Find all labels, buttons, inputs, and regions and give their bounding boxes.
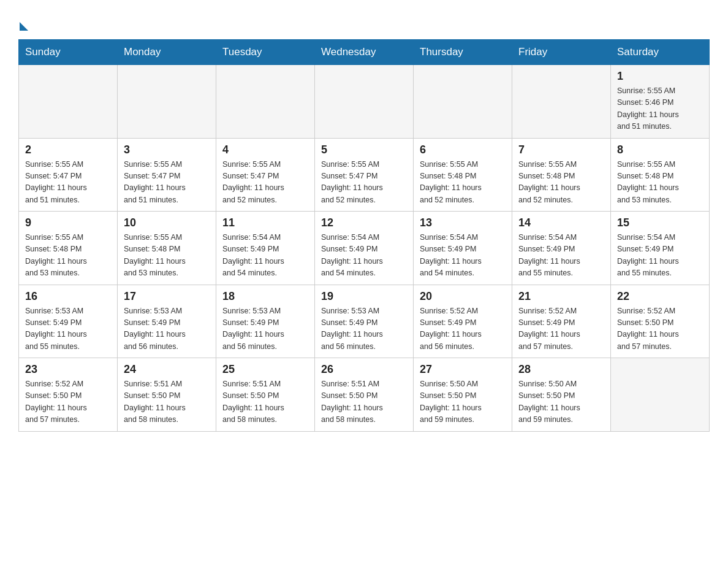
- day-info: Sunrise: 5:55 AMSunset: 5:46 PMDaylight:…: [617, 85, 703, 133]
- day-info: Sunrise: 5:52 AMSunset: 5:49 PMDaylight:…: [518, 305, 604, 353]
- day-number: 25: [222, 363, 308, 376]
- calendar-cell: 1Sunrise: 5:55 AMSunset: 5:46 PMDaylight…: [611, 65, 710, 139]
- calendar-cell: 20Sunrise: 5:52 AMSunset: 5:49 PMDayligh…: [414, 285, 512, 358]
- day-number: 27: [420, 363, 506, 376]
- day-info: Sunrise: 5:54 AMSunset: 5:49 PMDaylight:…: [222, 232, 308, 280]
- day-info: Sunrise: 5:50 AMSunset: 5:50 PMDaylight:…: [518, 378, 604, 426]
- calendar-cell: 24Sunrise: 5:51 AMSunset: 5:50 PMDayligh…: [118, 358, 216, 432]
- day-number: 7: [518, 144, 604, 156]
- day-info: Sunrise: 5:54 AMSunset: 5:49 PMDaylight:…: [617, 232, 703, 280]
- day-info: Sunrise: 5:53 AMSunset: 5:49 PMDaylight:…: [25, 305, 111, 353]
- col-wednesday: Wednesday: [315, 40, 414, 65]
- day-number: 12: [321, 216, 407, 229]
- day-number: 15: [617, 216, 703, 229]
- day-info: Sunrise: 5:55 AMSunset: 5:48 PMDaylight:…: [420, 159, 506, 207]
- page-header: [18, 12, 710, 28]
- day-info: Sunrise: 5:54 AMSunset: 5:49 PMDaylight:…: [518, 232, 604, 280]
- calendar-cell: 18Sunrise: 5:53 AMSunset: 5:49 PMDayligh…: [216, 285, 315, 358]
- calendar-cell: 11Sunrise: 5:54 AMSunset: 5:49 PMDayligh…: [216, 212, 315, 285]
- calendar-cell: 8Sunrise: 5:55 AMSunset: 5:48 PMDaylight…: [611, 138, 710, 212]
- calendar-cell: 22Sunrise: 5:52 AMSunset: 5:50 PMDayligh…: [611, 285, 710, 358]
- day-number: 2: [25, 144, 111, 156]
- day-info: Sunrise: 5:55 AMSunset: 5:48 PMDaylight:…: [617, 159, 703, 207]
- day-number: 13: [420, 216, 506, 229]
- col-tuesday: Tuesday: [216, 40, 315, 65]
- calendar-cell: 4Sunrise: 5:55 AMSunset: 5:47 PMDaylight…: [216, 138, 315, 212]
- calendar-cell: 13Sunrise: 5:54 AMSunset: 5:49 PMDayligh…: [414, 212, 512, 285]
- calendar-cell: 14Sunrise: 5:54 AMSunset: 5:49 PMDayligh…: [512, 212, 611, 285]
- calendar-week-row: 2Sunrise: 5:55 AMSunset: 5:47 PMDaylight…: [19, 138, 710, 212]
- calendar-cell: 10Sunrise: 5:55 AMSunset: 5:48 PMDayligh…: [118, 212, 216, 285]
- calendar-cell: 28Sunrise: 5:50 AMSunset: 5:50 PMDayligh…: [512, 358, 611, 432]
- col-saturday: Saturday: [611, 40, 710, 65]
- calendar-week-row: 1Sunrise: 5:55 AMSunset: 5:46 PMDaylight…: [19, 65, 710, 139]
- logo-arrow-icon: [20, 22, 28, 31]
- calendar-cell: [611, 358, 710, 432]
- day-info: Sunrise: 5:51 AMSunset: 5:50 PMDaylight:…: [222, 378, 308, 426]
- calendar-cell: [414, 65, 512, 139]
- day-number: 10: [124, 216, 210, 229]
- day-number: 17: [124, 290, 210, 303]
- day-info: Sunrise: 5:51 AMSunset: 5:50 PMDaylight:…: [124, 378, 210, 426]
- calendar-table: Sunday Monday Tuesday Wednesday Thursday…: [18, 39, 710, 432]
- calendar-cell: [19, 65, 118, 139]
- day-number: 22: [617, 290, 703, 303]
- calendar-cell: [216, 65, 315, 139]
- col-friday: Friday: [512, 40, 611, 65]
- day-info: Sunrise: 5:53 AMSunset: 5:49 PMDaylight:…: [321, 305, 407, 353]
- calendar-cell: [512, 65, 611, 139]
- calendar-cell: [315, 65, 414, 139]
- day-info: Sunrise: 5:52 AMSunset: 5:50 PMDaylight:…: [617, 305, 703, 353]
- day-info: Sunrise: 5:53 AMSunset: 5:49 PMDaylight:…: [124, 305, 210, 353]
- calendar-cell: 2Sunrise: 5:55 AMSunset: 5:47 PMDaylight…: [19, 138, 118, 212]
- day-info: Sunrise: 5:54 AMSunset: 5:49 PMDaylight:…: [321, 232, 407, 280]
- calendar-week-row: 16Sunrise: 5:53 AMSunset: 5:49 PMDayligh…: [19, 285, 710, 358]
- day-info: Sunrise: 5:50 AMSunset: 5:50 PMDaylight:…: [420, 378, 506, 426]
- day-number: 1: [617, 70, 703, 83]
- day-number: 4: [222, 144, 308, 156]
- calendar-cell: 6Sunrise: 5:55 AMSunset: 5:48 PMDaylight…: [414, 138, 512, 212]
- day-number: 18: [222, 290, 308, 303]
- calendar-cell: 25Sunrise: 5:51 AMSunset: 5:50 PMDayligh…: [216, 358, 315, 432]
- calendar-cell: 12Sunrise: 5:54 AMSunset: 5:49 PMDayligh…: [315, 212, 414, 285]
- day-info: Sunrise: 5:52 AMSunset: 5:49 PMDaylight:…: [420, 305, 506, 353]
- calendar-cell: 15Sunrise: 5:54 AMSunset: 5:49 PMDayligh…: [611, 212, 710, 285]
- calendar-cell: 26Sunrise: 5:51 AMSunset: 5:50 PMDayligh…: [315, 358, 414, 432]
- day-info: Sunrise: 5:55 AMSunset: 5:48 PMDaylight:…: [25, 232, 111, 280]
- calendar-cell: 9Sunrise: 5:55 AMSunset: 5:48 PMDaylight…: [19, 212, 118, 285]
- calendar-cell: 3Sunrise: 5:55 AMSunset: 5:47 PMDaylight…: [118, 138, 216, 212]
- day-info: Sunrise: 5:55 AMSunset: 5:48 PMDaylight:…: [124, 232, 210, 280]
- day-number: 19: [321, 290, 407, 303]
- day-number: 24: [124, 363, 210, 376]
- calendar-week-row: 9Sunrise: 5:55 AMSunset: 5:48 PMDaylight…: [19, 212, 710, 285]
- day-info: Sunrise: 5:55 AMSunset: 5:48 PMDaylight:…: [518, 159, 604, 207]
- col-sunday: Sunday: [19, 40, 118, 65]
- calendar-cell: 7Sunrise: 5:55 AMSunset: 5:48 PMDaylight…: [512, 138, 611, 212]
- day-info: Sunrise: 5:55 AMSunset: 5:47 PMDaylight:…: [321, 159, 407, 207]
- calendar-cell: 21Sunrise: 5:52 AMSunset: 5:49 PMDayligh…: [512, 285, 611, 358]
- day-number: 11: [222, 216, 308, 229]
- col-thursday: Thursday: [414, 40, 512, 65]
- calendar-cell: 27Sunrise: 5:50 AMSunset: 5:50 PMDayligh…: [414, 358, 512, 432]
- calendar-cell: 23Sunrise: 5:52 AMSunset: 5:50 PMDayligh…: [19, 358, 118, 432]
- day-number: 5: [321, 144, 407, 156]
- calendar-cell: 16Sunrise: 5:53 AMSunset: 5:49 PMDayligh…: [19, 285, 118, 358]
- day-number: 21: [518, 290, 604, 303]
- day-number: 20: [420, 290, 506, 303]
- day-info: Sunrise: 5:55 AMSunset: 5:47 PMDaylight:…: [124, 159, 210, 207]
- day-number: 28: [518, 363, 604, 376]
- calendar-cell: 19Sunrise: 5:53 AMSunset: 5:49 PMDayligh…: [315, 285, 414, 358]
- day-number: 6: [420, 144, 506, 156]
- day-number: 3: [124, 144, 210, 156]
- day-info: Sunrise: 5:52 AMSunset: 5:50 PMDaylight:…: [25, 378, 111, 426]
- logo: [18, 12, 28, 28]
- day-info: Sunrise: 5:51 AMSunset: 5:50 PMDaylight:…: [321, 378, 407, 426]
- day-info: Sunrise: 5:54 AMSunset: 5:49 PMDaylight:…: [420, 232, 506, 280]
- day-info: Sunrise: 5:53 AMSunset: 5:49 PMDaylight:…: [222, 305, 308, 353]
- day-info: Sunrise: 5:55 AMSunset: 5:47 PMDaylight:…: [25, 159, 111, 207]
- day-number: 14: [518, 216, 604, 229]
- calendar-cell: 5Sunrise: 5:55 AMSunset: 5:47 PMDaylight…: [315, 138, 414, 212]
- day-info: Sunrise: 5:55 AMSunset: 5:47 PMDaylight:…: [222, 159, 308, 207]
- col-monday: Monday: [118, 40, 216, 65]
- calendar-cell: 17Sunrise: 5:53 AMSunset: 5:49 PMDayligh…: [118, 285, 216, 358]
